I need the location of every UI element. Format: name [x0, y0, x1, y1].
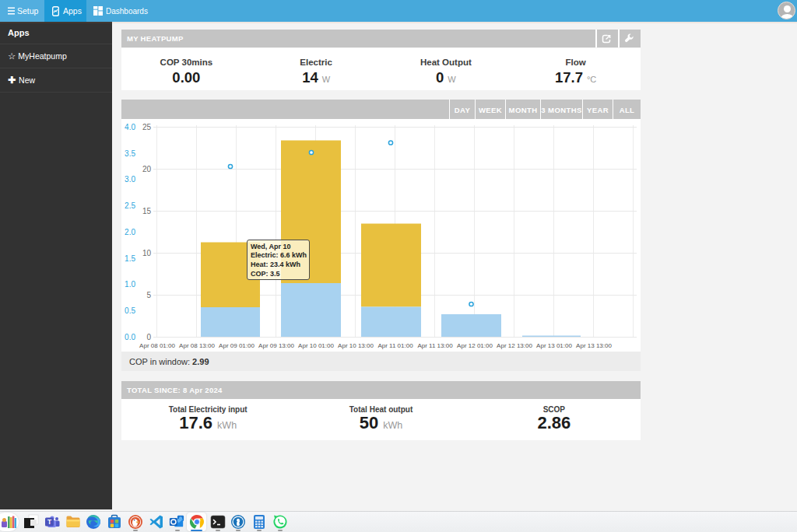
svg-text:Apr 09 13:00: Apr 09 13:00	[258, 342, 294, 349]
svg-text:0.0: 0.0	[125, 333, 135, 341]
svg-text:20: 20	[142, 165, 152, 173]
svg-text:0: 0	[146, 333, 151, 341]
svg-text:3.0: 3.0	[125, 175, 135, 184]
svg-text:1.5: 1.5	[125, 254, 135, 263]
svg-text:Apr 13 13:00: Apr 13 13:00	[576, 342, 612, 349]
svg-text:Apr 12 13:00: Apr 12 13:00	[497, 342, 532, 349]
svg-text:Apr 10 13:00: Apr 10 13:00	[338, 342, 374, 349]
svg-text:25: 25	[142, 123, 152, 131]
svg-text:3.5: 3.5	[125, 149, 135, 158]
svg-text:T: T	[47, 518, 52, 526]
svg-text:Apr 12 01:00: Apr 12 01:00	[457, 342, 493, 349]
svg-text:15: 15	[142, 207, 152, 215]
svg-text:Apr 13 01:00: Apr 13 01:00	[536, 342, 572, 349]
svg-text:10: 10	[142, 249, 152, 257]
svg-text:1.0: 1.0	[125, 280, 135, 289]
svg-text:Apr 11 01:00: Apr 11 01:00	[377, 342, 413, 349]
svg-text:Apr 08 13:00: Apr 08 13:00	[179, 342, 215, 349]
svg-text:2.5: 2.5	[125, 201, 135, 210]
svg-text:Apr 09 01:00: Apr 09 01:00	[219, 342, 255, 349]
svg-text:4.0: 4.0	[125, 123, 135, 131]
svg-text:Apr 08 01:00: Apr 08 01:00	[139, 342, 175, 349]
svg-text:Apr 11 13:00: Apr 11 13:00	[417, 342, 453, 349]
svg-text:5: 5	[146, 291, 151, 299]
svg-text:2.0: 2.0	[125, 228, 135, 236]
svg-text:Apr 10 01:00: Apr 10 01:00	[298, 342, 334, 349]
svg-text:0.5: 0.5	[125, 306, 135, 315]
